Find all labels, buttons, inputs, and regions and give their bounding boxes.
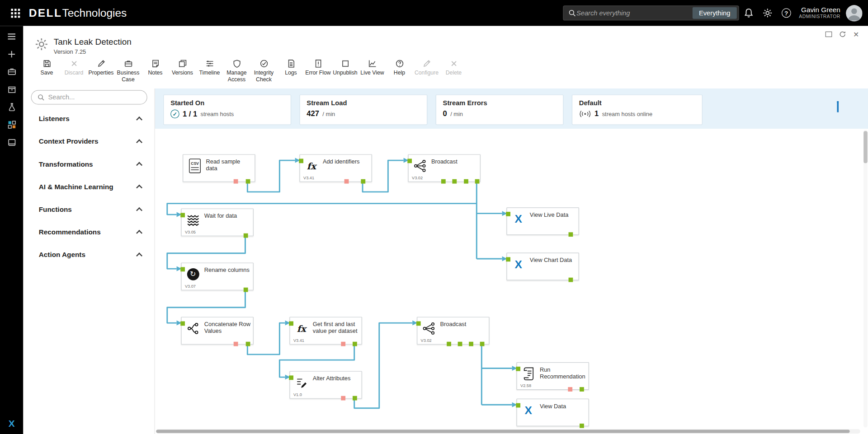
menu-icon[interactable] — [7, 32, 17, 42]
help-icon[interactable]: ? — [777, 8, 796, 18]
output-port[interactable] — [569, 232, 573, 237]
output-port-warning[interactable] — [568, 387, 572, 392]
output-port[interactable] — [353, 342, 357, 346]
palette-section-action-agents[interactable]: Action Agents — [23, 243, 154, 266]
output-port-warning[interactable] — [344, 179, 349, 184]
output-port[interactable] — [580, 424, 584, 428]
input-port[interactable] — [180, 267, 185, 271]
vertical-scrollbar-thumb[interactable] — [863, 131, 868, 163]
node-alter-attributes[interactable]: Alter Attributes V1.0 — [289, 371, 362, 399]
node-view-data[interactable]: X View Data — [516, 399, 589, 426]
notifications-bell-icon[interactable] — [739, 8, 758, 18]
input-port[interactable] — [407, 159, 412, 163]
output-port[interactable] — [469, 342, 473, 346]
input-port[interactable] — [516, 367, 520, 371]
palette-section-transformations[interactable]: Transformations — [23, 153, 154, 175]
input-port[interactable] — [506, 257, 510, 261]
archive-box-icon[interactable] — [7, 84, 16, 94]
output-port[interactable] — [475, 179, 480, 184]
palette-section-recommendations[interactable]: Recommendations — [23, 221, 154, 243]
node-broadcast-2[interactable]: Broadcast V3.02 — [417, 317, 489, 345]
toolbar-timeline-button[interactable]: Timeline — [196, 59, 223, 82]
toolbar-delete-button[interactable]: Delete — [440, 59, 467, 82]
node-read-sample-data[interactable]: CSV Read sample data — [183, 154, 255, 182]
horizontal-scrollbar-thumb[interactable] — [156, 429, 849, 433]
experiments-flask-icon[interactable] — [7, 103, 16, 112]
output-port[interactable] — [458, 342, 462, 346]
output-port[interactable] — [441, 179, 446, 184]
search-scope-button[interactable]: Everything — [692, 7, 737, 19]
node-view-live-data[interactable]: X View Live Data — [506, 207, 579, 235]
vertical-scrollbar[interactable] — [863, 130, 868, 428]
input-port[interactable] — [289, 321, 293, 326]
output-port[interactable] — [244, 233, 248, 238]
global-search-input[interactable] — [576, 9, 692, 17]
palette-search-input[interactable] — [48, 93, 142, 101]
node-add-identifiers[interactable]: fx Add identifiers V3.41 — [299, 154, 372, 182]
palette-section-listeners[interactable]: Listeners — [23, 107, 154, 130]
toolbar-business-case-button[interactable]: Business Case — [114, 59, 142, 82]
output-port-warning[interactable] — [234, 342, 238, 346]
output-port-warning[interactable] — [234, 179, 238, 184]
app-launcher-icon[interactable] — [10, 8, 21, 19]
toolbar-notes-button[interactable]: Notes — [142, 59, 169, 82]
horizontal-scrollbar[interactable] — [156, 429, 860, 434]
sdp-x-logo[interactable]: X — [9, 419, 15, 429]
output-port[interactable] — [246, 342, 250, 346]
input-port[interactable] — [180, 321, 185, 326]
panels-icon[interactable] — [7, 138, 16, 147]
user-info[interactable]: Gavin Green ADMINISTRATOR — [799, 6, 840, 20]
node-rename-columns[interactable]: ↻ Rename columns V3.07 — [181, 263, 253, 290]
user-avatar[interactable] — [846, 5, 863, 21]
palette-section-functions[interactable]: Functions — [23, 198, 154, 220]
toolbar-properties-button[interactable]: Properties — [87, 59, 114, 82]
check-circle-icon: ✓ — [170, 109, 179, 118]
node-wait-for-data[interactable]: Wait for data V3.05 — [181, 209, 253, 236]
toolbar-logs-button[interactable]: Logs — [277, 59, 304, 82]
collapse-panel-chevron[interactable] — [837, 103, 848, 112]
toolbar-configure-button[interactable]: Configure — [413, 59, 440, 82]
pipeline-canvas[interactable]: CSV Read sample data fx Add identifiers … — [155, 129, 868, 434]
palette-section-context-providers[interactable]: Context Providers — [23, 130, 154, 153]
toolbar-unpublish-button[interactable]: Unpublish — [331, 59, 359, 82]
toolbar-error-flow-button[interactable]: Error Flow — [304, 59, 331, 82]
node-view-chart-data[interactable]: X View Chart Data — [506, 253, 579, 280]
toolbar-help-button[interactable]: Help — [386, 59, 413, 82]
input-port[interactable] — [299, 159, 303, 163]
output-port[interactable] — [569, 278, 573, 282]
toolbar-save-button[interactable]: Save — [33, 59, 60, 82]
input-port[interactable] — [289, 375, 293, 380]
input-port[interactable] — [416, 321, 421, 326]
output-port-warning[interactable] — [341, 342, 345, 346]
close-icon[interactable]: ✕ — [853, 31, 859, 38]
dashboard-grid-icon[interactable] — [7, 120, 16, 130]
output-port[interactable] — [447, 342, 451, 346]
output-port[interactable] — [580, 387, 584, 392]
toolbar-versions-button[interactable]: Versions — [169, 59, 196, 82]
output-port-warning[interactable] — [341, 396, 345, 401]
add-icon[interactable] — [7, 50, 16, 59]
output-port[interactable] — [480, 342, 485, 346]
output-port[interactable] — [246, 179, 250, 184]
node-concatenate-row-values[interactable]: Concatenate Row Values — [181, 317, 253, 345]
input-port[interactable] — [516, 403, 520, 408]
toolbar-manage-access-button[interactable]: Manage Access — [223, 59, 250, 82]
output-port[interactable] — [452, 179, 457, 184]
projects-briefcase-icon[interactable] — [7, 67, 16, 76]
input-port[interactable] — [180, 213, 185, 217]
toolbar-live-view-button[interactable]: Live View — [359, 59, 386, 82]
toolbar-discard-button[interactable]: Discard — [60, 59, 87, 82]
palette-section-ai-machine-learning[interactable]: AI & Machine Learning — [23, 175, 154, 198]
output-port[interactable] — [353, 396, 357, 401]
node-broadcast-1[interactable]: Broadcast V3.02 — [408, 154, 480, 182]
output-port[interactable] — [244, 288, 248, 292]
minimize-icon[interactable] — [826, 32, 832, 37]
output-port[interactable] — [361, 179, 365, 184]
settings-gear-icon[interactable] — [758, 8, 777, 18]
node-run-recommendation[interactable]: Run Recommendation V2.58 — [516, 362, 589, 390]
refresh-icon[interactable] — [839, 30, 846, 38]
toolbar-integrity-check-button[interactable]: Integrity Check — [250, 59, 277, 82]
input-port[interactable] — [506, 212, 510, 216]
output-port[interactable] — [464, 179, 468, 184]
node-get-first-and-last-value[interactable]: fx Get first and last value per dataset … — [289, 317, 362, 345]
